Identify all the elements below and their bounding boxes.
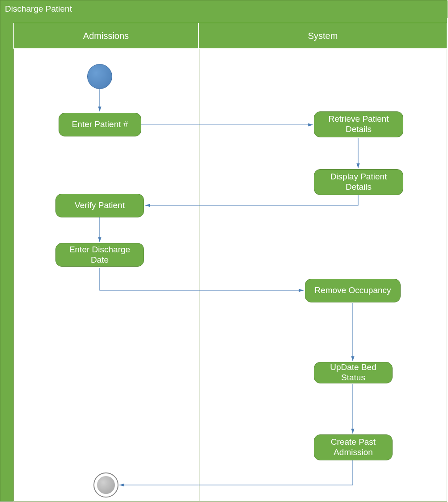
start-node [87,64,112,89]
activity-retrieve-patient-details: Retrieve Patient Details [314,111,403,137]
activity-update-bed-status: UpDate Bed Status [314,362,393,383]
lane-header-admissions: Admissions [13,23,199,49]
diagram-title: Discharge Patient [0,0,448,18]
diagram-frame: Discharge Patient Admissions System [0,0,447,502]
lane-divider [199,49,199,502]
lane-header-system: System [199,23,447,49]
activity-verify-patient: Verify Patient [55,194,144,217]
lane-headers: Admissions System [13,23,447,49]
activity-enter-discharge-date: Enter Discharge Date [55,243,144,267]
activity-enter-patient-no: Enter Patient # [59,113,141,136]
end-node [93,472,118,498]
end-node-inner [97,476,115,494]
activity-create-past-admission: Create Past Admission [314,434,393,460]
activity-display-patient-details: Display Patient Details [314,169,403,195]
lane-body: Enter Patient # Retrieve Patient Details… [13,49,447,502]
activity-remove-occupancy: Remove Occupancy [305,279,401,302]
